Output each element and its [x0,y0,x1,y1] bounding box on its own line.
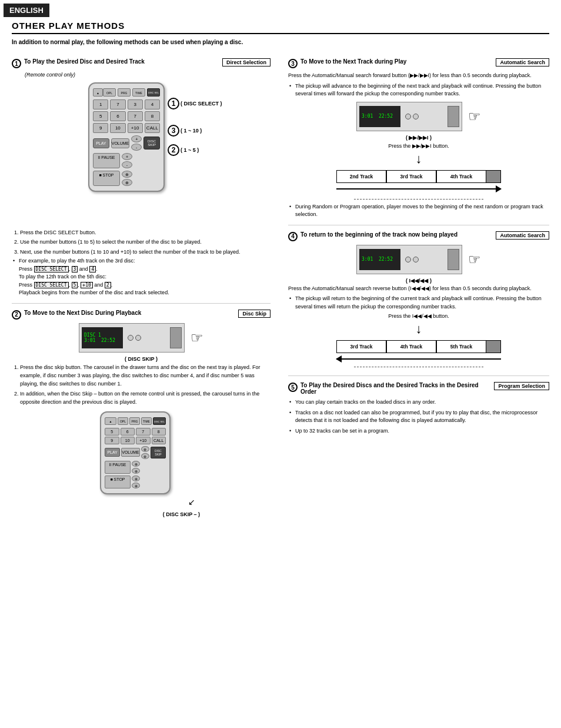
intro-text: In addition to normal play, the followin… [12,39,549,45]
disc-skip-label: ( DISC SKIP ) [12,356,271,362]
track-end-4 [486,340,501,353]
method-5-bullet-3: Up to 32 tracks can be set in a program. [288,427,549,436]
hand-pointer-3: ☞ [468,108,481,125]
track-4th: 4th Track [436,170,486,183]
method-1-title: To Play the Desired Disc and Desired Tra… [24,58,218,65]
method-4-title: To return to the beginning of the track … [300,231,491,238]
method-3: 3 To Move to the Next Track during Play … [288,58,549,219]
method-5-title: To Play the Desired Discs and the Desire… [300,382,489,395]
header-bar: ENGLISH [4,4,49,17]
method-1-bullet: For example, to play the 4th track on th… [12,257,271,297]
method-1-num: 1 [12,59,21,68]
player-diagram-4: 3:01 22:52 ☞ [288,245,549,274]
prog-sel-badge: Program Selection [494,382,549,390]
press-rev-label: Press the I◀◀/◀◀ button. [288,313,549,319]
method-2-num: 2 [12,310,21,320]
method-2: 2 To Move to the Next Disc During Playba… [12,310,271,529]
dashed-bar-4 [336,364,501,370]
method-1-steps: Press the DISC SELECT button. Use the nu… [12,228,271,256]
player-diagram-3: 3:01 22:52 ☞ [288,102,549,131]
method-1: 1 To Play the Desired Disc and Desired T… [12,58,271,297]
remote-diagram-1: ▲ OPL PRG TIME DISC SEL 1 [12,82,271,224]
method-2-steps: Press the disc skip button. The carousel… [12,363,271,407]
method-3-bullet-1: The pickup will advance to the beginning… [288,82,549,98]
method-3-num: 3 [288,59,298,68]
hand-pointer-4: ☞ [468,251,481,268]
track-5th: 5th Track [436,340,486,353]
method-4: 4 To return to the beginning of the trac… [288,231,549,370]
arrow-bar-4-reverse [336,353,501,364]
divider-r2 [288,375,549,376]
header-label: ENGLISH [9,6,44,15]
player-diagram-2: DISC 1 3:01 22:52 ☞ [12,323,271,353]
method-3-body: Press the Automatic/Manual search forwar… [288,72,549,80]
step-item: Use the number buttons (1 to 5) to selec… [20,238,271,246]
method-3-title: To Move to the Next Track during Play [300,58,491,65]
solid-arrow-3 [336,188,501,190]
hand-pointer-2: ☞ [191,330,203,346]
rev-button-label: ( I◀◀/◀◀ ) [288,278,549,284]
track-3rd-b: 3rd Track [336,340,386,353]
step-item: Press the disc skip button. The carousel… [20,363,271,388]
method-5-num: 5 [288,383,298,392]
method-5: 5 To Play the Desired Discs and the Desi… [288,382,549,435]
press-fwd-label: Press the ▶▶/▶▶I button. [288,143,549,149]
track-diagram-3: 2nd Track 3rd Track 4th Track [336,170,501,200]
section-title: OTHER PLAY METHODS [12,21,549,34]
step-item: Next, use the number buttons (1 to 10 an… [20,248,271,256]
step-item: Press the DISC SELECT button. [20,228,271,237]
fwd-button-label: ( ▶▶/▶▶I ) [288,135,549,141]
method-4-num: 4 [288,232,298,241]
divider-1 [12,303,271,304]
down-arrow-4: ↓ [288,321,549,337]
method-4-bullet: The pickup will return to the beginning … [288,295,549,311]
track-end-3 [486,170,501,183]
down-arrow-3: ↓ [288,151,549,167]
auto-search-badge-4: Automatic Search [496,231,549,240]
method-3-bullet-2: During Random or Program operation, play… [288,203,549,219]
disc-skip-badge: Disc Skip [238,310,271,318]
remote-diagram-2: ▲ OPL PRG TIME DISC SEL 5 6 [12,411,271,529]
dashed-bar-3 [336,194,501,200]
direct-selection-badge: Direct Selection [222,58,271,67]
method-5-bullet-1: You can play certain tracks on the loade… [288,398,549,407]
remote-control-note: (Remote control only) [25,72,271,78]
divider-r1 [288,225,549,225]
track-4th-b: 4th Track [386,340,436,353]
method-4-body: Press the Automatic/Manual search revers… [288,285,549,293]
arrow-bar-3 [336,183,501,194]
step-item: In addition, when the Disc Skip – button… [20,390,271,407]
method-5-bullet-2: Tracks on a disc not loaded can also be … [288,409,549,425]
method-2-title: To Move to the Next Disc During Playback [24,310,233,316]
track-2nd: 2nd Track [336,170,386,183]
auto-search-badge-3: Automatic Search [496,58,549,67]
track-3rd: 3rd Track [386,170,436,183]
track-diagram-4: 3rd Track 4th Track 5th Track [336,340,501,370]
